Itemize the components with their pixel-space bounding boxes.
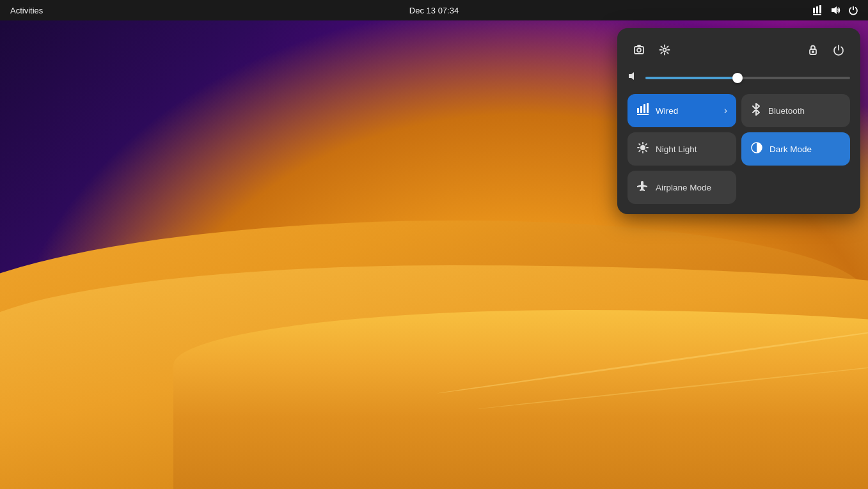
svg-rect-3 [813, 14, 821, 15]
svg-rect-2 [819, 5, 821, 13]
topbar-datetime[interactable]: Dec 13 07:34 [409, 6, 459, 15]
svg-point-9 [812, 51, 814, 52]
topbar-right [810, 3, 860, 17]
wired-arrow: › [724, 105, 727, 116]
bluetooth-icon [750, 103, 762, 119]
svg-rect-12 [640, 106, 642, 113]
qs-top-left [627, 38, 676, 61]
bluetooth-label: Bluetooth [768, 106, 805, 116]
svg-rect-0 [813, 8, 815, 13]
svg-marker-4 [832, 6, 837, 14]
wired-icon [636, 103, 649, 119]
qs-top-right [801, 38, 850, 61]
svg-line-23 [646, 144, 647, 144]
svg-marker-10 [629, 72, 634, 80]
volume-mute-icon [627, 70, 639, 85]
qs-top-row [627, 38, 850, 61]
night-light-label: Night Light [656, 144, 697, 154]
svg-line-21 [639, 144, 640, 144]
night-light-toggle[interactable]: Night Light [627, 132, 736, 166]
night-light-icon [636, 141, 649, 157]
topbar: Activities Dec 13 07:34 [0, 0, 868, 20]
volume-slider[interactable] [645, 77, 850, 79]
power-button[interactable] [827, 38, 850, 61]
airplane-icon [636, 180, 649, 196]
qs-volume-row [627, 70, 850, 85]
wired-toggle[interactable]: Wired › [627, 94, 736, 127]
wired-label: Wired [656, 106, 678, 116]
activities-button[interactable]: Activities [8, 6, 45, 15]
lock-button[interactable] [801, 38, 825, 61]
svg-rect-15 [637, 114, 649, 115]
svg-line-22 [646, 150, 647, 151]
airplane-mode-label: Airplane Mode [656, 183, 711, 192]
svg-rect-13 [643, 104, 645, 113]
dark-mode-toggle[interactable]: Dark Mode [741, 132, 850, 166]
volume-slider-fill [645, 77, 738, 79]
svg-point-6 [637, 49, 641, 52]
bluetooth-toggle[interactable]: Bluetooth [741, 94, 850, 127]
screenshot-button[interactable] [627, 38, 651, 61]
svg-rect-11 [637, 108, 639, 113]
svg-line-24 [639, 150, 640, 151]
dark-mode-icon [750, 141, 763, 157]
quick-settings-panel: Wired › Bluetooth [617, 28, 860, 214]
volume-slider-thumb[interactable] [732, 73, 743, 83]
volume-icon[interactable] [828, 3, 842, 17]
svg-point-16 [640, 145, 645, 150]
svg-rect-14 [647, 103, 649, 113]
topbar-left: Activities [8, 6, 45, 15]
dark-mode-label: Dark Mode [769, 144, 812, 154]
airplane-mode-toggle[interactable]: Airplane Mode [627, 171, 736, 204]
network-icon[interactable] [810, 3, 825, 17]
dune-3 [173, 310, 868, 489]
svg-rect-1 [816, 6, 818, 13]
power-icon[interactable] [846, 3, 860, 17]
settings-button[interactable] [653, 38, 676, 61]
svg-point-7 [663, 49, 667, 52]
qs-toggles-grid: Wired › Bluetooth [627, 94, 850, 204]
